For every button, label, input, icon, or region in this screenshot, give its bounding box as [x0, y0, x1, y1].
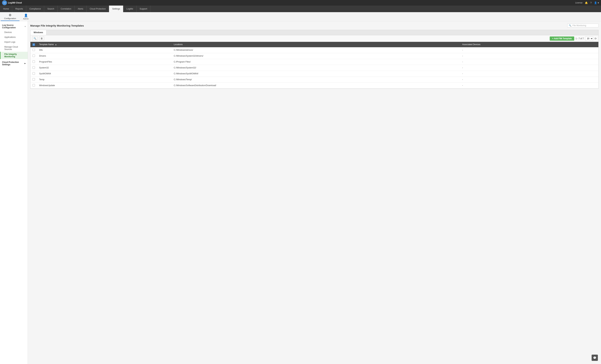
notification-icon[interactable]: 🔔: [585, 1, 588, 4]
row-location: C:/Windows/SoftwareDistribution/Download…: [172, 83, 460, 88]
search-button[interactable]: 🔍: [32, 36, 38, 41]
nav-bar: Home Reports Compliance Search Correlati…: [0, 6, 601, 12]
nav-cloud-protection[interactable]: Cloud Protection: [87, 6, 109, 12]
header-checkbox-col: ✓: [30, 42, 37, 47]
sub-nav-admin[interactable]: 👤 Admin: [20, 12, 32, 21]
sidebar-item-import-logs[interactable]: Import Logs: [0, 40, 28, 44]
row-checkbox[interactable]: [32, 84, 35, 86]
nav-home[interactable]: Home: [0, 6, 12, 12]
row-checkbox-cell: [30, 59, 37, 65]
nav-alerts[interactable]: Alerts: [75, 6, 87, 12]
row-checkbox[interactable]: [32, 55, 35, 57]
row-location: C:/Windows/SysWOW64/: [172, 71, 460, 77]
top-bar: L3 Log360 Cloud License 🔔 ? 👤 ▾: [0, 0, 601, 6]
table-row: ProgramFiles C:/Program Files/ -: [30, 59, 598, 65]
content-header: Manage File Integrity Monitoring Templat…: [30, 24, 599, 28]
row-checkbox[interactable]: [32, 78, 35, 81]
table-row: Temp C:/Windows/Temp/ -: [30, 77, 598, 83]
logo-icon: L3: [2, 0, 7, 5]
refresh-button[interactable]: ⟳: [595, 37, 597, 40]
log-source-header[interactable]: Log Source Configuration ▾: [0, 23, 28, 30]
row-checkbox[interactable]: [32, 49, 35, 51]
row-template-name: WindowsUpdate: [37, 83, 172, 88]
table-row: System32 C:/Windows/System32/ -: [30, 65, 598, 71]
chevron-down-icon: ▾: [25, 26, 26, 28]
search-placeholder: File Monitoring: [572, 24, 586, 27]
row-template-name: Temp: [37, 77, 172, 83]
sidebar-item-applications[interactable]: Applications: [0, 35, 28, 40]
delete-button[interactable]: 🗑: [39, 36, 44, 41]
sidebar-item-file-integrity-monitoring[interactable]: File Integrity Monitoring: [0, 52, 28, 59]
header-template-name[interactable]: Template Name ▲: [37, 42, 172, 47]
cloud-protection-settings-header[interactable]: Cloud Protection Settings ▸: [0, 60, 28, 67]
add-fim-template-button[interactable]: + Add FIM Template: [550, 37, 574, 41]
sub-nav-configuration[interactable]: ⚙ Configuration: [1, 12, 20, 21]
header-associated-devices: Associated Devices: [460, 42, 598, 47]
logo: L3 Log360 Cloud: [2, 0, 22, 5]
table-container: 🔍 🗑 + Add FIM Template 1 - 7 of 7 10 25 …: [30, 35, 599, 89]
row-template-name: ProgramFiles: [37, 59, 172, 65]
cloud-protection-settings-label: Cloud Protection Settings: [2, 61, 25, 66]
table-row: Drivers C:/Windows/System32/drivers/ -: [30, 53, 598, 59]
search-icon: 🔍: [569, 24, 571, 27]
row-template-name: Dlls: [37, 47, 172, 53]
pagination-info: 1 - 7 of 7: [576, 37, 584, 40]
table-header-row: ✓ Template Name ▲ Locations Associated D…: [30, 42, 598, 47]
nav-support[interactable]: Support: [137, 6, 150, 12]
nav-correlation[interactable]: Correlation: [58, 6, 75, 12]
per-page-select[interactable]: 10 25 50: [585, 37, 593, 41]
row-location: C:/Windows/winsxs/: [172, 47, 460, 53]
tab-bar: Windows: [30, 30, 599, 35]
row-checkbox-cell: [30, 53, 37, 59]
row-location: C:/Windows/System32/: [172, 65, 460, 71]
tab-windows[interactable]: Windows: [30, 30, 46, 35]
row-location: C:/Windows/System32/drivers/: [172, 53, 460, 59]
row-associated-devices: -: [460, 71, 598, 77]
sidebar-item-devices[interactable]: Devices: [0, 30, 28, 35]
row-template-name: Drivers: [37, 53, 172, 59]
logo-text: Log360 Cloud: [8, 1, 22, 4]
row-checkbox-cell: [30, 83, 37, 88]
help-icon[interactable]: ?: [590, 1, 592, 4]
sub-nav: ⚙ Configuration 👤 Admin: [0, 12, 601, 21]
top-bar-right: License 🔔 ? 👤 ▾: [575, 1, 599, 4]
row-checkbox[interactable]: [32, 66, 35, 69]
chat-button[interactable]: 💬: [592, 355, 598, 361]
nav-compliance[interactable]: Compliance: [26, 6, 44, 12]
row-associated-devices: -: [460, 83, 598, 88]
row-associated-devices: -: [460, 65, 598, 71]
select-all-checkbox[interactable]: ✓: [32, 43, 35, 46]
row-associated-devices: -: [460, 59, 598, 65]
table-row: Dlls C:/Windows/winsxs/ -: [30, 47, 598, 53]
sub-nav-configuration-label: Configuration: [4, 17, 16, 19]
row-associated-devices: -: [460, 53, 598, 59]
log-source-section: Log Source Configuration ▾ Devices Appli…: [0, 21, 28, 60]
sidebar-item-manage-cloud-sources[interactable]: Manage Cloud Sources: [0, 44, 28, 52]
nav-search[interactable]: Search: [44, 6, 58, 12]
admin-icon: 👤: [24, 14, 28, 17]
sidebar: Log Source Configuration ▾ Devices Appli…: [0, 21, 28, 364]
sort-icon: ▲: [55, 44, 57, 46]
nav-settings[interactable]: Settings: [109, 6, 123, 12]
row-checkbox[interactable]: [32, 72, 35, 75]
row-checkbox-cell: [30, 65, 37, 71]
row-associated-devices: -: [460, 47, 598, 53]
sub-nav-admin-label: Admin: [23, 18, 29, 20]
table-row: WindowsUpdate C:/Windows/SoftwareDistrib…: [30, 83, 598, 88]
main-layout: Log Source Configuration ▾ Devices Appli…: [0, 21, 601, 364]
toolbar-left: 🔍 🗑: [32, 36, 44, 41]
content-area: Manage File Integrity Monitoring Templat…: [28, 21, 601, 364]
table-toolbar: 🔍 🗑 + Add FIM Template 1 - 7 of 7 10 25 …: [30, 35, 598, 42]
search-box[interactable]: 🔍 File Monitoring: [567, 24, 599, 28]
user-icon[interactable]: 👤 ▾: [594, 1, 599, 4]
gear-icon: ⚙: [9, 13, 11, 17]
nav-logme[interactable]: LogMe: [123, 6, 136, 12]
row-checkbox-cell: [30, 77, 37, 83]
license-link[interactable]: License: [575, 1, 582, 4]
chevron-right-icon: ▸: [25, 62, 26, 65]
toolbar-right: + Add FIM Template 1 - 7 of 7 10 25 50 ⟳: [550, 37, 597, 41]
row-checkbox[interactable]: [32, 60, 35, 63]
row-template-name: SysWOW64: [37, 71, 172, 77]
table-row: SysWOW64 C:/Windows/SysWOW64/ -: [30, 71, 598, 77]
nav-reports[interactable]: Reports: [12, 6, 26, 12]
